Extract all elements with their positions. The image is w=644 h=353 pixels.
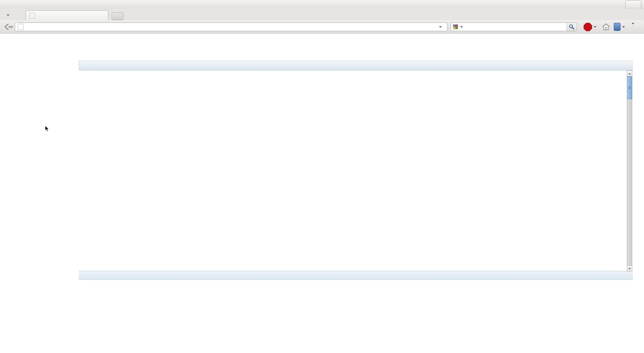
search-icon bbox=[569, 24, 575, 30]
bookmarks-icon bbox=[614, 23, 621, 31]
bookmarks-button[interactable] bbox=[614, 23, 625, 31]
url-input[interactable] bbox=[15, 22, 447, 31]
page-content bbox=[0, 34, 644, 353]
tab-strip bbox=[0, 9, 644, 20]
scroll-down-button[interactable] bbox=[627, 266, 632, 272]
window-titlebar bbox=[0, 0, 644, 9]
data-grid bbox=[79, 61, 633, 280]
bookmarks-chevron-icon[interactable] bbox=[622, 26, 625, 28]
extension-button[interactable] bbox=[630, 23, 634, 24]
scroll-up-button[interactable] bbox=[627, 70, 632, 76]
tab-favicon-placeholder-icon bbox=[29, 13, 35, 19]
navigation-toolbar bbox=[0, 20, 644, 34]
search-go-button[interactable] bbox=[567, 23, 576, 31]
firefox-menu-button[interactable] bbox=[3, 11, 11, 19]
home-button[interactable] bbox=[602, 23, 610, 31]
adblock-button[interactable] bbox=[584, 23, 596, 31]
search-engine-chevron-icon[interactable] bbox=[460, 26, 463, 28]
grid-footer bbox=[79, 271, 633, 280]
adblock-icon bbox=[584, 23, 592, 31]
google-engine-icon[interactable] bbox=[453, 24, 458, 29]
scroll-down-icon bbox=[628, 268, 631, 270]
grid-body bbox=[79, 70, 633, 271]
site-favicon-placeholder-icon bbox=[18, 24, 24, 30]
vertical-scrollbar[interactable] bbox=[627, 70, 632, 272]
mouse-cursor bbox=[45, 125, 50, 134]
chevron-down-icon bbox=[7, 14, 9, 16]
scrollbar-thumb[interactable] bbox=[627, 76, 632, 99]
new-tab-button[interactable] bbox=[112, 12, 123, 20]
back-arrow-icon bbox=[3, 23, 13, 31]
scrollbar-track[interactable] bbox=[627, 76, 632, 266]
home-icon bbox=[602, 23, 610, 31]
tab-syoncloud-hbase[interactable] bbox=[25, 10, 108, 20]
search-input[interactable] bbox=[450, 22, 577, 31]
extension-chevron-icon[interactable] bbox=[632, 23, 634, 24]
url-dropdown-chevron-icon[interactable] bbox=[439, 26, 442, 28]
scroll-up-icon bbox=[628, 73, 631, 74]
grid-header-row bbox=[79, 61, 633, 70]
adblock-chevron-icon[interactable] bbox=[594, 26, 596, 28]
back-button[interactable] bbox=[3, 23, 13, 31]
